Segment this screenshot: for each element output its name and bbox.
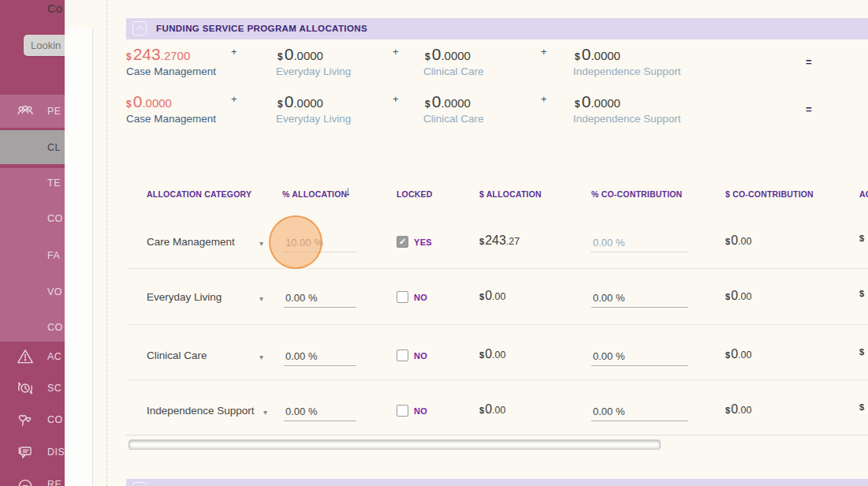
total-label: Case Management: [126, 113, 216, 125]
sidebar-item-people[interactable]: PE: [0, 95, 65, 128]
sidebar-item-label: CL: [47, 142, 61, 153]
total-amount-clinical-care: $0.0000: [425, 92, 471, 111]
total-amount-case-management: $243.2700: [126, 45, 190, 64]
total-label: Case Management: [126, 65, 216, 77]
pct-co-contribution-input[interactable]: 0.00 %: [591, 348, 688, 366]
sidebar-subitem[interactable]: TE: [0, 173, 65, 193]
dollar-co-contribution-cell: $0.00: [725, 234, 751, 248]
amount-integer: 0: [285, 92, 294, 111]
locked-label: NO: [414, 406, 427, 416]
equals-symbol: =: [806, 103, 812, 115]
sidebar-item-care[interactable]: CO: [0, 409, 65, 431]
amount-integer: 0: [731, 289, 738, 303]
category-cell: Clinical Care: [147, 350, 207, 361]
warning-triangle-icon: [15, 346, 35, 367]
currency-symbol: $: [859, 289, 864, 298]
equals-symbol: =: [806, 56, 812, 68]
collapse-section-button[interactable]: [132, 21, 147, 36]
column-header-dollar-allocation[interactable]: $ ALLOCATION: [479, 189, 542, 199]
pct-co-contribution-input[interactable]: 0.00 %: [591, 290, 688, 308]
currency-symbol: $: [575, 99, 580, 110]
sidebar-item-schedule[interactable]: SC: [0, 377, 65, 399]
total-amount-independence-support: $0.0000: [575, 45, 620, 64]
truncated-cell: $: [859, 402, 865, 412]
dollar-allocation-cell: $0.00: [479, 347, 505, 361]
report-icon: [15, 474, 35, 486]
column-header-pct-co-contribution[interactable]: % CO-CONTRIBUTION: [591, 189, 682, 199]
column-header-pct-allocation[interactable]: % ALLOCATION: [282, 189, 347, 199]
screen: Co Lookin PE CL TE CO FA VO: [0, 0, 868, 486]
currency-symbol: $: [859, 234, 864, 243]
amount-decimals: .0000: [590, 49, 620, 62]
amount-integer: 0: [731, 347, 738, 361]
dropdown-caret-icon[interactable]: [259, 235, 263, 249]
amount-integer: 0: [285, 45, 294, 64]
pct-co-contribution-input[interactable]: 0.00 %: [591, 403, 688, 421]
currency-symbol: $: [859, 347, 864, 357]
layout-guide-line: [106, 0, 107, 486]
amount-integer: 0: [485, 402, 492, 417]
pct-allocation-input[interactable]: 0.00 %: [284, 290, 356, 308]
dropdown-caret-icon[interactable]: [259, 349, 263, 363]
sidebar-subitem[interactable]: CO: [0, 317, 65, 338]
sidebar-subitem[interactable]: FA: [0, 245, 65, 266]
amount-decimals: .00: [738, 291, 751, 302]
column-header-truncated[interactable]: AC: [859, 189, 868, 199]
locked-checkbox[interactable]: [397, 236, 408, 248]
amount-integer: 0: [133, 92, 143, 111]
currency-symbol: $: [479, 350, 484, 360]
locked-checkbox[interactable]: [397, 291, 408, 303]
horizontal-scrollbar[interactable]: [129, 439, 661, 450]
category-cell: Care Management: [147, 236, 235, 248]
plus-symbol: +: [393, 46, 399, 58]
plus-symbol: +: [541, 93, 547, 105]
locked-checkbox[interactable]: [397, 350, 408, 361]
clock-sync-icon: [15, 378, 35, 398]
sidebar-item-label: PE: [47, 106, 61, 117]
amount-integer: 0: [731, 402, 738, 417]
currency-symbol: $: [278, 51, 283, 62]
table-bottom-border: [126, 435, 868, 436]
total-amount-case-management: $0.0000: [126, 92, 172, 111]
sidebar-item-label: TE: [47, 178, 61, 189]
sidebar-submenu: TE CO FA VO CO: [0, 168, 65, 342]
sort-descending-icon[interactable]: ↓: [345, 184, 352, 200]
total-amount-clinical-care: $0.0000: [425, 45, 471, 64]
currency-symbol: $: [479, 237, 484, 246]
sidebar-subitem[interactable]: VO: [0, 282, 65, 302]
total-label: Everyday Living: [276, 65, 351, 77]
column-header-dollar-co-contribution[interactable]: $ CO-CONTRIBUTION: [725, 189, 814, 199]
section-title: FUNDING SERVICE PROGRAM ALLOCATIONS: [156, 24, 367, 33]
pct-allocation-input[interactable]: 0.00 %: [284, 348, 356, 366]
truncated-cell: $: [859, 289, 865, 298]
category-cell: Independence Support: [147, 405, 255, 417]
amount-integer: 0: [485, 289, 492, 303]
dropdown-caret-icon[interactable]: [259, 290, 263, 305]
currency-symbol: $: [725, 350, 730, 360]
sidebar-item-reports[interactable]: RE: [0, 473, 65, 486]
sidebar-item-label: DIS: [47, 447, 65, 458]
amount-decimals: .00: [492, 350, 505, 361]
column-header-allocation-category[interactable]: ALLOCATION CATEGORY: [147, 189, 251, 199]
amount-decimals: .0000: [293, 49, 323, 62]
amount-integer: 243: [485, 234, 506, 248]
currency-symbol: $: [479, 292, 484, 301]
sidebar-item-alerts[interactable]: AC: [0, 346, 65, 368]
locked-checkbox[interactable]: [397, 405, 408, 417]
collapse-section-button[interactable]: [132, 482, 147, 486]
dropdown-caret-icon[interactable]: [263, 404, 267, 418]
amount-decimals: .2700: [161, 49, 191, 62]
sidebar-subitem[interactable]: CO: [0, 208, 65, 229]
amount-integer: 0: [485, 347, 492, 361]
plus-symbol: +: [231, 93, 237, 105]
sidebar-item-clients-selected[interactable]: CL: [0, 130, 65, 164]
pct-co-contribution-input[interactable]: 0.00 %: [591, 234, 688, 252]
amount-decimals: .0000: [293, 96, 323, 110]
input-value: 0.00 %: [593, 292, 624, 304]
sidebar-item-label: CO: [47, 414, 63, 425]
collapsed-side-panel: [65, 28, 93, 486]
pct-allocation-input[interactable]: 0.00 %: [284, 403, 356, 421]
section-header-funding-allocations: FUNDING SERVICE PROGRAM ALLOCATIONS: [126, 18, 868, 39]
column-header-locked[interactable]: LOCKED: [397, 189, 433, 199]
sidebar-item-discussion[interactable]: DIS: [0, 441, 65, 463]
